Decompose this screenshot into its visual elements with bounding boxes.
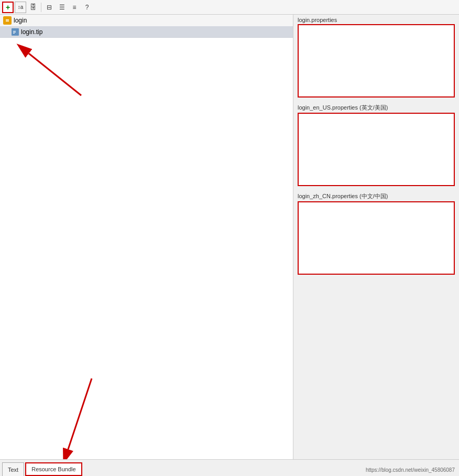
toolbar: + ↕a 🗄 ⊟ ☰ ≡ ? — [0, 0, 459, 15]
property-section-1: login.properties — [293, 15, 459, 102]
svg-line-8 — [29, 53, 81, 95]
add-button[interactable]: + — [2, 2, 14, 13]
tree-content — [0, 38, 293, 459]
property-editor-2[interactable] — [298, 113, 455, 186]
tab-resource-bundle[interactable]: Resource Bundle — [25, 462, 82, 476]
property-section-3: login_zh_CN.properties (中文/中国) — [293, 190, 459, 279]
property-label-1: login.properties — [293, 15, 459, 24]
align-center-button[interactable]: ≡ — [69, 2, 80, 13]
plus-icon: + — [6, 3, 10, 12]
bottom-bar: Text Resource Bundle https://blog.csdn.n… — [0, 459, 459, 476]
tab-resource-bundle-label: Resource Bundle — [31, 466, 75, 472]
property-label-3: login_zh_CN.properties (中文/中国) — [293, 190, 459, 201]
help-icon: ? — [85, 4, 89, 11]
file-icon-btn[interactable]: 🗄 — [27, 2, 39, 13]
child-icon — [12, 28, 19, 36]
help-button[interactable]: ? — [81, 2, 93, 13]
align-left-icon: ☰ — [59, 4, 65, 11]
arrow-annotation-top — [0, 38, 293, 459]
property-label-2: login_en_US.properties (英文/美国) — [293, 102, 459, 113]
right-panel: login.properties login_en_US.properties … — [293, 15, 459, 459]
status-url: https://blog.csdn.net/weixin_45806087 — [366, 467, 455, 473]
file-icon: 🗄 — [30, 3, 37, 11]
tab-text-label: Text — [8, 467, 18, 473]
arrow-annotation-bottom — [0, 352, 293, 459]
property-editor-1[interactable] — [298, 24, 455, 98]
align-left-button[interactable]: ☰ — [56, 2, 68, 13]
tab-text[interactable]: Text — [2, 462, 24, 476]
property-section-2: login_en_US.properties (英文/美国) — [293, 102, 459, 190]
root-icon — [3, 16, 12, 25]
toolbar-separator — [41, 3, 41, 12]
content-area: login login.tip — [0, 15, 459, 459]
svg-rect-2 — [6, 21, 9, 22]
child-label: login.tip — [21, 28, 42, 36]
align-center-icon: ≡ — [72, 4, 76, 11]
svg-rect-4 — [13, 31, 16, 31]
svg-rect-6 — [13, 33, 15, 34]
svg-rect-0 — [5, 18, 10, 23]
grid-button[interactable]: ⊟ — [43, 2, 55, 13]
tree-root-item[interactable]: login — [0, 15, 293, 26]
tree-child-item[interactable]: login.tip — [0, 26, 293, 38]
svg-rect-5 — [13, 32, 16, 33]
left-panel: login login.tip — [0, 15, 293, 459]
svg-rect-1 — [6, 19, 9, 20]
root-label: login — [14, 17, 27, 24]
svg-line-10 — [68, 378, 92, 449]
status-bar: https://blog.csdn.net/weixin_45806087 — [366, 467, 455, 473]
sort-button[interactable]: ↕a — [15, 2, 26, 13]
property-editor-3[interactable] — [298, 201, 455, 275]
grid-icon: ⊟ — [47, 4, 52, 11]
sort-icon: ↕a — [18, 4, 24, 10]
